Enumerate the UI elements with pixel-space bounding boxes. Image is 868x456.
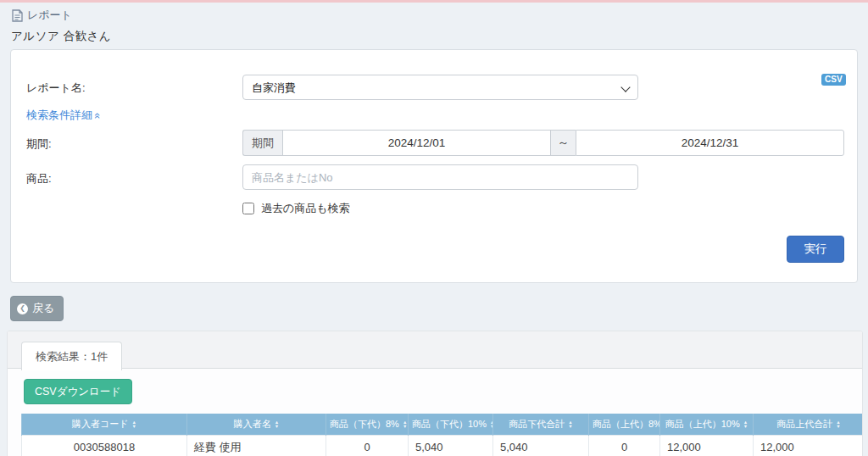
sort-icon: ▲▼ (403, 420, 407, 429)
period-to-input[interactable] (576, 130, 844, 156)
search-detail-link[interactable]: 検索条件詳細 « (26, 108, 101, 123)
column-header-product-cost-10[interactable]: 商品（下代）10%▲▼ (409, 414, 493, 436)
column-header-product-retail-total[interactable]: 商品上代合計▲▼ (754, 414, 864, 436)
period-label: 期間: (26, 136, 52, 152)
cell-product-cost-8: 0 (326, 436, 409, 456)
cell-buyer-code: 0030588018 (22, 436, 187, 456)
search-detail-link-label: 検索条件詳細 (26, 108, 92, 123)
sort-icon: ▲▼ (568, 420, 572, 429)
report-name-label: レポート名: (26, 81, 86, 96)
table-row: 0030588018 経費 使用 0 5,040 5,040 0 12,000 … (22, 436, 864, 456)
cell-buyer-name: 経費 使用 (187, 436, 326, 456)
past-products-checkbox-label: 過去の商品も検索 (261, 201, 350, 216)
report-name-select-wrap: 自家消費 (242, 75, 638, 100)
sort-icon: ▲▼ (743, 420, 748, 429)
top-accent-line (0, 0, 868, 3)
results-table: 購入者コード▲▼ 購入者名▲▼ 商品（下代）8%▲▼ 商品（下代）10%▲▼ 商… (21, 414, 863, 456)
csv-download-button[interactable]: CSVダウンロード (24, 379, 132, 404)
period-addon: 期間 (242, 130, 282, 156)
period-input-group: 期間 ～ (242, 130, 844, 156)
csv-badge[interactable]: CSV (821, 74, 846, 86)
breadcrumb: アルソア 合歓さん (11, 29, 111, 44)
sort-icon: ▲▼ (490, 420, 492, 429)
report-name-select[interactable]: 自家消費 (242, 75, 638, 100)
sort-icon: ▲▼ (275, 420, 279, 429)
period-from-input[interactable] (282, 130, 551, 156)
chevron-double-up-icon: « (92, 112, 103, 118)
sort-icon: ▲▼ (836, 420, 840, 429)
page-title: レポート (12, 8, 72, 23)
cell-product-retail-8: 0 (589, 436, 660, 456)
cell-product-cost-10: 5,040 (409, 436, 493, 456)
tab-search-results[interactable]: 検索結果：1件 (21, 342, 122, 370)
back-button[interactable]: ❮ 戻る (10, 296, 64, 321)
past-products-row: 過去の商品も検索 (242, 201, 350, 216)
column-header-product-retail-8[interactable]: 商品（上代）8%▲▼ (589, 414, 660, 436)
back-button-label: 戻る (32, 301, 54, 316)
table-header-row: 購入者コード▲▼ 購入者名▲▼ 商品（下代）8%▲▼ 商品（下代）10%▲▼ 商… (22, 414, 864, 436)
cell-product-retail-10: 12,000 (660, 436, 754, 456)
column-header-buyer-name[interactable]: 購入者名▲▼ (187, 414, 326, 436)
chevron-left-circle-icon: ❮ (17, 303, 28, 314)
page-title-label: レポート (27, 8, 72, 23)
past-products-checkbox[interactable] (242, 203, 254, 214)
sort-icon: ▲▼ (132, 420, 136, 429)
column-header-product-retail-10[interactable]: 商品（上代）10%▲▼ (660, 414, 754, 436)
period-separator: ～ (551, 130, 576, 156)
cell-product-retail-total: 12,000 (754, 436, 864, 456)
column-header-buyer-code[interactable]: 購入者コード▲▼ (22, 414, 187, 436)
results-tabstrip (8, 331, 862, 369)
execute-button[interactable]: 実行 (787, 236, 844, 263)
results-panel: 検索結果：1件 CSVダウンロード 購入者コード▲▼ 購入者名▲▼ 商品（下代）… (7, 331, 863, 456)
product-search-input[interactable] (242, 164, 638, 190)
column-header-product-cost-total[interactable]: 商品下代合計▲▼ (493, 414, 589, 436)
cell-product-cost-total: 5,040 (493, 436, 589, 456)
product-label: 商品: (26, 171, 52, 186)
column-header-product-cost-8[interactable]: 商品（下代）8%▲▼ (326, 414, 409, 436)
report-document-icon (12, 9, 23, 22)
